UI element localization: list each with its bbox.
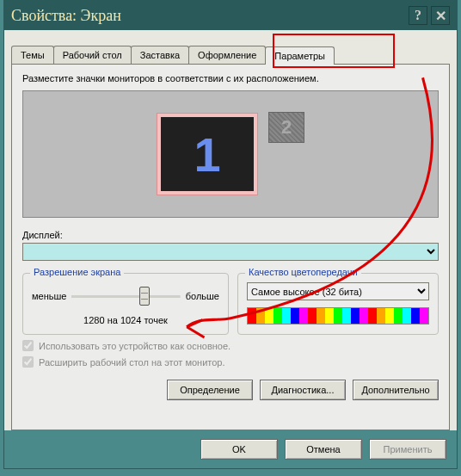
action-button-row: Определение Диагностика... Дополнительно bbox=[22, 380, 439, 400]
display-properties-window: Свойства: Экран ? ✕ Темы Рабочий стол За… bbox=[3, 0, 458, 469]
tab-themes[interactable]: Темы bbox=[11, 46, 54, 64]
primary-device-label: Использовать это устройство как основное… bbox=[39, 341, 230, 351]
dialog-footer: OK Отмена Применить bbox=[4, 430, 457, 468]
color-depth-dropdown[interactable]: Самое высокое (32 бита) bbox=[247, 282, 429, 300]
display-label: Дисплей: bbox=[22, 230, 439, 240]
monitor-preview[interactable]: 1 2 bbox=[22, 90, 439, 218]
tab-settings[interactable]: Параметры bbox=[265, 46, 335, 65]
color-group: Качество цветопередачи Самое высокое (32… bbox=[237, 273, 439, 335]
color-group-title: Качество цветопередачи bbox=[245, 267, 361, 277]
tab-body: Разместите значки мониторов в соответств… bbox=[11, 64, 450, 430]
close-button[interactable]: ✕ bbox=[431, 6, 450, 25]
primary-device-checkbox bbox=[22, 340, 34, 351]
monitor-2-icon[interactable]: 2 bbox=[268, 112, 304, 143]
advanced-button[interactable]: Дополнительно bbox=[353, 380, 439, 400]
res-more-label: больше bbox=[186, 291, 219, 301]
resolution-group: Разрешение экрана меньше больше 1280 на … bbox=[22, 273, 229, 335]
display-dropdown-row: Дисплей: bbox=[22, 230, 439, 261]
settings-groups: Разрешение экрана меньше больше 1280 на … bbox=[22, 273, 439, 335]
titlebar[interactable]: Свойства: Экран ? ✕ bbox=[4, 1, 457, 30]
color-preview-bar bbox=[247, 307, 429, 325]
resolution-slider[interactable] bbox=[71, 286, 180, 306]
res-less-label: меньше bbox=[32, 291, 66, 301]
ok-button[interactable]: OK bbox=[200, 439, 278, 460]
slider-thumb[interactable] bbox=[139, 287, 150, 306]
extend-desktop-label: Расширить рабочий стол на этот монитор. bbox=[39, 357, 225, 368]
tab-screensaver[interactable]: Заставка bbox=[131, 46, 189, 64]
display-dropdown[interactable] bbox=[22, 243, 439, 261]
tab-bar: Темы Рабочий стол Заставка Оформление Па… bbox=[4, 30, 457, 64]
extend-desktop-checkbox bbox=[22, 356, 34, 368]
identify-button[interactable]: Определение bbox=[167, 380, 253, 400]
help-button[interactable]: ? bbox=[409, 6, 427, 25]
resolution-group-title: Разрешение экрана bbox=[30, 267, 124, 277]
primary-device-row: Использовать это устройство как основное… bbox=[22, 340, 439, 351]
resolution-value: 1280 на 1024 точек bbox=[32, 315, 219, 325]
tab-desktop[interactable]: Рабочий стол bbox=[53, 46, 132, 64]
extend-desktop-row: Расширить рабочий стол на этот монитор. bbox=[22, 356, 439, 368]
window-title: Свойства: Экран bbox=[11, 7, 405, 25]
tab-appearance[interactable]: Оформление bbox=[188, 46, 266, 64]
monitor-1-icon: 1 bbox=[161, 117, 254, 191]
cancel-button[interactable]: Отмена bbox=[285, 439, 362, 460]
apply-button[interactable]: Применить bbox=[369, 439, 446, 460]
instruction-text: Разместите значки мониторов в соответств… bbox=[22, 73, 439, 83]
diagnostics-button[interactable]: Диагностика... bbox=[260, 380, 346, 400]
monitor-1-selected[interactable]: 1 bbox=[157, 113, 258, 195]
